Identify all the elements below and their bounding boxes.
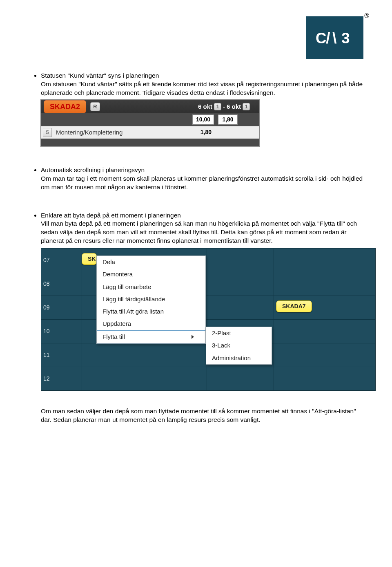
date-range: 6 okt 1 - 6 okt 1 [198, 103, 259, 111]
date-to: 6 okt [227, 103, 241, 111]
moment-chip-partial[interactable]: SK [82, 253, 97, 265]
menu-item-fardig[interactable]: Lägg till färdigställande [97, 293, 205, 305]
hour-row: 08 [41, 272, 375, 296]
menu-item-uppdatera[interactable]: Uppdatera [97, 318, 205, 330]
menu-item-omarbete[interactable]: Lägg till omarbete [97, 281, 205, 293]
context-menu: Dela Demontera Lägg till omarbete Lägg t… [96, 255, 206, 344]
date-sep: - [223, 103, 225, 111]
hour-label: 09 [43, 304, 50, 312]
section-title: Statusen "Kund väntar" syns i planeringe… [41, 72, 363, 80]
hour-label: 12 [43, 375, 50, 383]
step-value: 1,80 [200, 128, 212, 136]
menu-item-flytta-till[interactable]: Flytta till [97, 330, 205, 343]
conclusion-text: Om man sedan väljer den depå som man fly… [41, 407, 363, 424]
context-submenu: 2-Plast 3-Lack Administration [206, 327, 272, 365]
hour-row: 09 [41, 296, 375, 319]
hour-row: 12 [41, 367, 375, 390]
section-kund-vantar: Statusen "Kund väntar" syns i planeringe… [41, 72, 363, 146]
registered-icon: ® [364, 11, 369, 20]
section-title: Enklare att byta depå på ett moment i pl… [41, 211, 363, 220]
hour-label: 10 [43, 327, 50, 335]
svg-text:C: C [316, 29, 326, 46]
step-number[interactable]: 5 [43, 128, 52, 137]
date-from-count: 1 [214, 103, 221, 110]
submenu-item-plast[interactable]: 2-Plast [206, 327, 272, 339]
hour-label: 07 [43, 256, 50, 264]
cab-logo-icon: C / \ 3 [316, 28, 354, 48]
r-chip[interactable]: R [90, 102, 100, 111]
screenshot-skada2: SKADA2 R 6 okt 1 - 6 okt 1 10,00 1,80 5 … [41, 100, 259, 146]
screenshot-context-menu: 07 08 09 10 11 12 SK SKADA7 Dela Demonte… [41, 248, 376, 391]
value-1: 10,00 [192, 114, 214, 125]
submenu-item-lack[interactable]: 3-Lack [206, 339, 272, 352]
section-byta-depa: Enklare att byta depå på ett moment i pl… [41, 211, 363, 425]
section-title: Automatisk scrollning i planeringsvyn [41, 166, 363, 175]
brand-logo: ® C / \ 3 [306, 16, 363, 59]
submenu-item-admin[interactable]: Administration [206, 352, 272, 364]
moment-chip-skada7[interactable]: SKADA7 [276, 300, 312, 312]
hour-label: 11 [43, 351, 50, 359]
svg-text:\: \ [332, 29, 336, 46]
date-from: 6 okt [198, 103, 212, 111]
menu-item-dela[interactable]: Dela [97, 256, 205, 268]
date-to-count: 1 [243, 103, 250, 110]
section-body: Vill man byta depå på ett moment i plane… [41, 220, 363, 245]
svg-text:/: / [326, 29, 330, 46]
section-body: Om man tar tag i ett moment som skall pl… [41, 175, 363, 192]
skada2-badge[interactable]: SKADA2 [44, 100, 86, 113]
section-auto-scroll: Automatisk scrollning i planeringsvyn Om… [41, 166, 363, 192]
menu-item-demontera[interactable]: Demontera [97, 268, 205, 280]
section-body: Om statusen "Kund väntar" sätts på ett ä… [41, 80, 363, 97]
step-label: Montering/Komplettering [56, 128, 122, 137]
menu-item-attgora[interactable]: Flytta till Att göra listan [97, 305, 205, 318]
submenu-arrow-icon [192, 335, 194, 339]
value-2: 1,80 [218, 114, 238, 125]
hour-label: 08 [43, 280, 50, 288]
svg-text:3: 3 [341, 29, 350, 46]
